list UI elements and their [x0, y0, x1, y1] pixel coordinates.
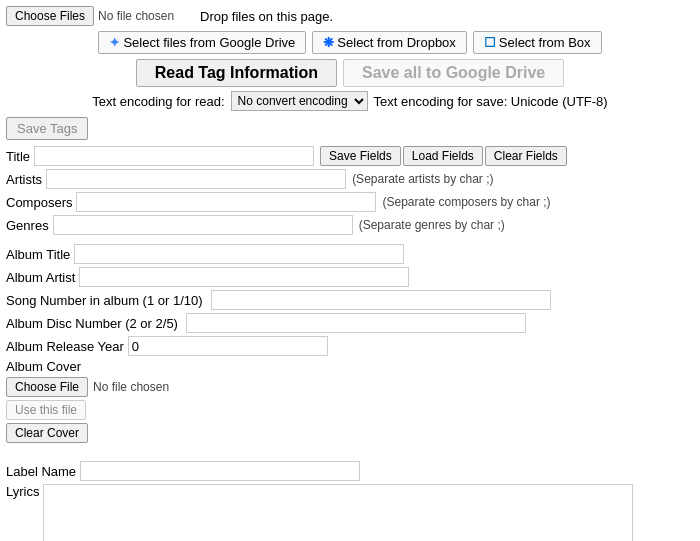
dropbox-button[interactable]: ❋Select from Dropbox — [312, 31, 467, 54]
release-year-label: Album Release Year — [6, 339, 128, 354]
song-number-input[interactable] — [211, 290, 551, 310]
album-cover-label: Album Cover — [6, 359, 85, 374]
encoding-select[interactable]: No convert encoding — [231, 91, 368, 111]
clear-cover-button[interactable]: Clear Cover — [6, 423, 88, 443]
release-year-input[interactable] — [128, 336, 328, 356]
artists-hint: (Separate artists by char ;) — [352, 172, 493, 186]
read-tag-button[interactable]: Read Tag Information — [136, 59, 337, 87]
dropbox-icon: ❋ — [323, 35, 334, 50]
choose-files-button[interactable]: Choose Files — [6, 6, 94, 26]
song-number-label: Song Number in album (1 or 1/10) — [6, 293, 207, 308]
genres-label: Genres — [6, 218, 53, 233]
label-name-label: Label Name — [6, 464, 80, 479]
genres-hint: (Separate genres by char ;) — [359, 218, 505, 232]
composers-label: Composers — [6, 195, 76, 210]
title-label: Title — [6, 149, 34, 164]
lyrics-label: Lyrics — [6, 484, 43, 499]
encoding-read-label: Text encoding for read: — [92, 94, 224, 109]
google-drive-icon: ✦ — [109, 35, 120, 50]
encoding-save-label: Text encoding for save: Unicode (UTF-8) — [374, 94, 608, 109]
clear-fields-button[interactable]: Clear Fields — [485, 146, 567, 166]
choose-file-button[interactable]: Choose File — [6, 377, 88, 397]
box-icon: ☐ — [484, 35, 496, 50]
album-title-input[interactable] — [74, 244, 404, 264]
save-fields-button[interactable]: Save Fields — [320, 146, 401, 166]
save-google-button[interactable]: Save all to Google Drive — [343, 59, 564, 87]
google-drive-button[interactable]: ✦Select files from Google Drive — [98, 31, 306, 54]
drop-text: Drop files on this page. — [200, 9, 333, 24]
composers-input[interactable] — [76, 192, 376, 212]
album-artist-input[interactable] — [79, 267, 409, 287]
artists-input[interactable] — [46, 169, 346, 189]
composers-hint: (Separate composers by char ;) — [382, 195, 550, 209]
title-input[interactable] — [34, 146, 314, 166]
use-this-file-button[interactable]: Use this file — [6, 400, 86, 420]
box-button[interactable]: ☐Select from Box — [473, 31, 602, 54]
disc-number-label: Album Disc Number (2 or 2/5) — [6, 316, 182, 331]
genres-input[interactable] — [53, 215, 353, 235]
no-file-chosen-text: No file chosen — [98, 9, 174, 23]
load-fields-button[interactable]: Load Fields — [403, 146, 483, 166]
cover-no-file-text: No file chosen — [93, 380, 169, 394]
label-name-input[interactable] — [80, 461, 360, 481]
lyrics-textarea[interactable] — [43, 484, 633, 541]
artists-label: Artists — [6, 172, 46, 187]
album-artist-label: Album Artist — [6, 270, 79, 285]
save-tags-button[interactable]: Save Tags — [6, 117, 88, 140]
disc-number-input[interactable] — [186, 313, 526, 333]
album-title-label: Album Title — [6, 247, 74, 262]
